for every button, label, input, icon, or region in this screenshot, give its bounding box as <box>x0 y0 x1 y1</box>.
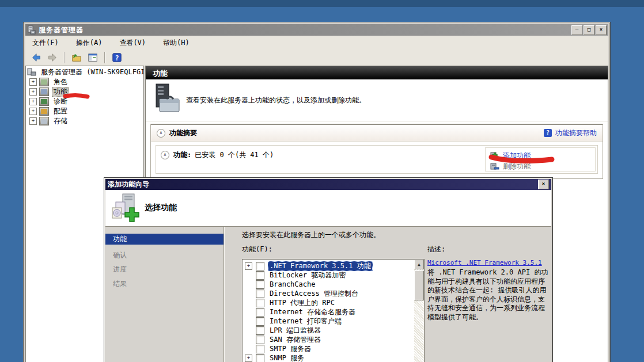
remove-features-link[interactable]: 删除功能 <box>503 162 531 172</box>
feature-checkbox[interactable] <box>256 262 264 270</box>
tree-item-icon <box>39 117 49 125</box>
dialog-close-button[interactable]: × <box>538 180 549 189</box>
feature-checkbox[interactable] <box>256 317 264 326</box>
remove-features-icon <box>490 163 499 171</box>
description-link[interactable]: Microsoft .NET Framework 3.5.1 <box>427 259 542 266</box>
features-summary-section: ∧ 功能摘要 ? 功能摘要帮助 ∧ 功能: 已安装 0 个(共 41 个) <box>150 124 603 179</box>
feature-label: HTTP 代理上的 RPC <box>268 298 336 308</box>
tree-expand-icon[interactable]: + <box>29 117 37 125</box>
menu-bar: 文件(F)操作(A)查看(V)帮助(H) <box>25 36 608 50</box>
features-status: 已安装 0 个(共 41 个) <box>195 150 274 160</box>
features-summary-body: ∧ 功能: 已安装 0 个(共 41 个) <box>151 142 603 178</box>
collapse-chevron-icon[interactable]: ∧ <box>157 129 165 138</box>
dialog-instruction: 选择要安装在此服务器上的一个或多个功能。 <box>242 230 380 240</box>
wizard-steps: 功能 确认 进度 结果 <box>105 227 223 362</box>
feature-row[interactable]: + SMTP 服务器 <box>243 344 424 353</box>
dialog-titlebar[interactable]: 添加功能向导 × <box>105 179 551 190</box>
feature-checkbox[interactable] <box>256 308 264 317</box>
feature-label: .NET Framework 3.5.1 功能 <box>268 261 373 271</box>
tree-item[interactable]: + 诊断 <box>26 97 143 106</box>
menu-item[interactable]: 操作(A) <box>74 36 109 49</box>
feature-label: BranchCache <box>268 280 317 288</box>
menu-item[interactable]: 文件(F) <box>30 36 66 49</box>
tree-expand-icon[interactable]: + <box>29 108 37 115</box>
feature-row[interactable]: + Internet 打印客户端 <box>243 317 424 326</box>
feature-row[interactable]: + BranchCache <box>243 280 424 289</box>
minimize-button[interactable]: ─ <box>571 25 582 35</box>
tree-item-label: 功能 <box>52 87 69 97</box>
feature-checkbox[interactable] <box>256 345 264 353</box>
feature-checkbox[interactable] <box>256 326 264 335</box>
feature-row[interactable]: + HTTP 代理上的 RPC <box>243 298 424 307</box>
feature-checkbox[interactable] <box>256 354 264 362</box>
scroll-up-icon[interactable]: ▲ <box>414 260 424 269</box>
help-icon: ? <box>112 52 122 63</box>
wizard-step: 确认 <box>105 248 223 262</box>
toolbar-separator <box>104 52 105 63</box>
feature-checkbox[interactable] <box>256 289 264 298</box>
console-tree-button[interactable] <box>86 51 99 64</box>
tree-item[interactable]: + 角色 <box>26 77 143 87</box>
wizard-step: 结果 <box>105 277 223 291</box>
description-text: 将 .NET Framework 2.0 API 的功能与用于构建具有以下功能的… <box>427 268 550 322</box>
back-button[interactable] <box>30 51 43 64</box>
pane-description-text: 查看安装在此服务器上功能的状态，以及添加或删除功能。 <box>186 96 366 105</box>
add-features-wizard-icon <box>110 193 140 224</box>
feature-row[interactable]: + SNMP 服务 <box>243 353 424 362</box>
features-summary-header: ∧ 功能摘要 ? 功能摘要帮助 <box>151 124 603 142</box>
wizard-step: 功能 <box>105 234 223 245</box>
add-features-link[interactable]: 添加功能 <box>503 151 531 161</box>
tree-expand-icon[interactable]: + <box>29 88 37 96</box>
menu-item[interactable]: 查看(V) <box>117 36 153 49</box>
close-button[interactable]: × <box>596 25 607 35</box>
help-badge-icon: ? <box>544 129 552 137</box>
window-titlebar[interactable]: 服务器管理器 ─ □ × <box>25 24 608 36</box>
feature-expand-icon[interactable]: + <box>245 355 252 362</box>
feature-row[interactable]: + SAN 存储管理器 <box>243 335 424 344</box>
feature-label: Internet 存储命名服务器 <box>268 307 357 317</box>
dialog-page-title: 选择功能 <box>145 203 177 213</box>
feature-expand-icon[interactable]: + <box>245 262 252 270</box>
forward-arrow-icon <box>47 52 58 63</box>
desktop: 服务器管理器 ─ □ × 文件(F)操作(A)查看(V)帮助(H) <box>0 0 644 362</box>
tree-root-label: 服务器管理器 (WIN-SK9EQLFGIL <box>39 67 144 77</box>
tree-item[interactable]: + 存储 <box>26 116 143 126</box>
features-summary-help-link[interactable]: 功能摘要帮助 <box>555 128 597 138</box>
feature-checkbox[interactable] <box>256 280 264 289</box>
feature-row[interactable]: + DirectAccess 管理控制台 <box>243 289 424 298</box>
tree-item[interactable]: + 功能 <box>26 87 143 97</box>
features-summary-title: 功能摘要 <box>169 128 544 138</box>
features-status-box: ∧ 功能: 已安装 0 个(共 41 个) <box>156 145 598 174</box>
features-list-label: 功能(F): <box>242 245 272 254</box>
listbox-scrollbar[interactable]: ▲ <box>414 260 424 362</box>
feature-row[interactable]: + LPR 端口监视器 <box>243 326 424 335</box>
scrollbar-thumb[interactable] <box>414 270 424 300</box>
svg-text:?: ? <box>115 54 119 62</box>
collapse-chevron-icon[interactable]: ∧ <box>161 151 169 159</box>
menu-item[interactable]: 帮助(H) <box>161 36 196 49</box>
tree-item-label: 诊断 <box>52 97 69 106</box>
tree-expand-icon[interactable]: + <box>29 98 37 105</box>
tree-root[interactable]: 服务器管理器 (WIN-SK9EQLFGIL <box>26 67 143 77</box>
forward-button[interactable] <box>46 51 59 64</box>
feature-label: SMTP 服务器 <box>268 344 313 354</box>
tree-expand-icon[interactable]: + <box>29 78 37 86</box>
feature-checkbox[interactable] <box>256 271 264 280</box>
pane-description-row: 查看安装在此服务器上功能的状态，以及添加或删除功能。 <box>146 79 608 121</box>
maximize-button[interactable]: □ <box>584 25 594 35</box>
tree-item-label: 存储 <box>52 116 69 126</box>
export-list-button[interactable] <box>70 51 83 64</box>
add-features-row: 添加功能 <box>490 150 590 161</box>
feature-label: SAN 存储管理器 <box>268 335 323 345</box>
feature-label: LPR 端口监视器 <box>268 326 323 336</box>
feature-row[interactable]: + Internet 存储命名服务器 <box>243 307 424 317</box>
feature-checkbox[interactable] <box>256 299 264 307</box>
tree-item[interactable]: + 配置 <box>26 106 143 116</box>
help-button[interactable]: ? <box>111 51 123 64</box>
feature-row[interactable]: + .NET Framework 3.5.1 功能 <box>243 261 424 270</box>
features-actions: 添加功能 删除功能 <box>485 147 596 172</box>
feature-label: Internet 打印客户端 <box>268 317 343 326</box>
add-features-wizard-dialog: 添加功能向导 × 选择功能 功能 确认 <box>104 177 553 362</box>
feature-checkbox[interactable] <box>256 336 264 344</box>
feature-row[interactable]: + BitLocker 驱动器加密 <box>243 270 424 280</box>
